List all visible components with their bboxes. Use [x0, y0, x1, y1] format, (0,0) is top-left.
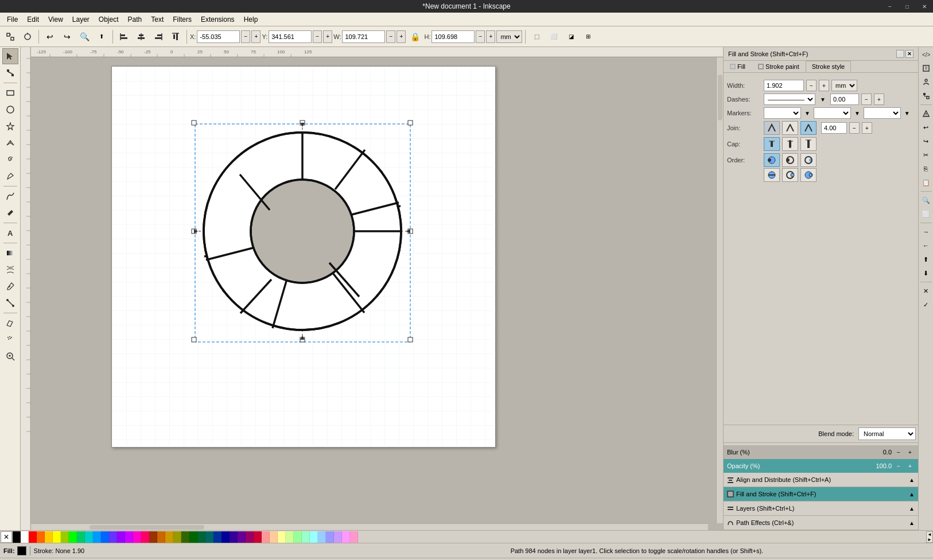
join-minus-btn[interactable]: − [849, 122, 860, 134]
snap-btn-1[interactable] [2, 29, 18, 45]
lock-aspect-btn[interactable]: 🔒 [407, 29, 423, 45]
right-icon-8[interactable]: ✂ [920, 149, 932, 161]
calligraphy-tool[interactable] [2, 188, 18, 204]
opacity-bar[interactable]: Opacity (%) 100.0 − + [724, 459, 918, 473]
snap-node-btn[interactable]: ⬚ [528, 29, 545, 45]
palette-scroll-right[interactable]: ► [927, 537, 932, 542]
dropper-tool[interactable] [2, 278, 18, 294]
right-icon-5[interactable] [920, 107, 932, 120]
dashes-minus-btn[interactable]: − [861, 94, 872, 105]
dashes-offset-input[interactable] [830, 94, 859, 105]
layers-header[interactable]: Layers (Shift+Ctrl+L) ▲ [724, 501, 918, 515]
order-btn-6[interactable] [800, 168, 817, 182]
text-tool[interactable]: A [2, 225, 18, 241]
blur-bar[interactable]: Blur (%) 0.0 − + [724, 445, 918, 459]
unit-select[interactable]: mmpxincm [496, 30, 522, 43]
palette-color-swatch[interactable] [157, 531, 165, 543]
join-plus-btn[interactable]: + [862, 122, 872, 134]
blur-minus-btn[interactable]: − [894, 448, 903, 457]
palette-color-swatch[interactable] [173, 531, 181, 543]
right-icon-2[interactable] [920, 62, 932, 75]
w-minus-btn[interactable]: − [386, 30, 395, 43]
dashes-plus-btn[interactable]: + [874, 94, 884, 105]
order-btn-4[interactable] [764, 168, 780, 182]
palette-none-btn[interactable]: ✕ [1, 531, 12, 543]
mesh-tool[interactable] [2, 262, 18, 278]
menu-path[interactable]: Path [123, 14, 147, 25]
3d-box-tool[interactable] [2, 135, 18, 151]
h-minus-btn[interactable]: − [476, 30, 485, 43]
y-minus-btn[interactable]: − [313, 30, 322, 43]
join-round-btn[interactable] [782, 121, 798, 135]
width-plus-btn[interactable]: + [819, 80, 829, 91]
palette-color-swatch[interactable] [238, 531, 246, 543]
palette-color-swatch[interactable] [246, 531, 254, 543]
palette-color-swatch[interactable] [254, 531, 262, 543]
palette-color-swatch[interactable] [149, 531, 157, 543]
snap-btn-2[interactable] [20, 29, 36, 45]
close-button[interactable]: ✕ [916, 0, 933, 13]
join-bevel-btn[interactable] [800, 121, 817, 135]
palette-color-swatch[interactable] [334, 531, 342, 543]
menu-extensions[interactable]: Extensions [196, 14, 239, 25]
hscroll-thumb[interactable] [90, 525, 204, 530]
align-right-btn[interactable] [150, 29, 166, 45]
cap-butt-btn[interactable] [764, 137, 780, 151]
menu-file[interactable]: File [2, 14, 22, 25]
menu-layer[interactable]: Layer [68, 14, 94, 25]
palette-scroll-left[interactable]: ◄ [927, 532, 932, 537]
palette-color-swatch[interactable] [77, 531, 85, 543]
undo-btn[interactable]: ↩ [42, 29, 58, 45]
zoom-tool[interactable] [2, 348, 18, 364]
opacity-minus-btn[interactable]: − [894, 461, 903, 470]
palette-color-swatch[interactable] [133, 531, 141, 543]
palette-color-swatch[interactable] [53, 531, 61, 543]
gradient-tool[interactable] [2, 245, 18, 261]
order-btn-5[interactable] [782, 168, 798, 182]
width-minus-btn[interactable]: − [806, 80, 817, 91]
blur-plus-btn[interactable]: + [905, 448, 915, 457]
h-plus-btn[interactable]: + [486, 30, 495, 43]
right-icon-1[interactable]: </> [920, 48, 932, 61]
select-tool[interactable] [2, 48, 18, 64]
palette-color-swatch[interactable] [189, 531, 197, 543]
dashes-select[interactable]: —————— - - - - - · · · · · [764, 94, 815, 105]
hscrollbar[interactable] [31, 523, 708, 530]
fill-stroke-accordion-header[interactable]: Fill and Stroke (Shift+Ctrl+F) ▲ [724, 487, 918, 501]
palette-color-swatch[interactable] [165, 531, 173, 543]
snap-grid-btn[interactable]: ⊞ [580, 29, 596, 45]
spray-tool[interactable] [2, 332, 18, 348]
palette-color-swatch[interactable] [61, 531, 69, 543]
right-icon-9[interactable]: ⎘ [920, 162, 932, 175]
palette-color-swatch[interactable] [350, 531, 358, 543]
order-btn-1[interactable] [764, 153, 780, 167]
right-icon-18[interactable]: ✓ [920, 298, 932, 311]
h-input[interactable] [431, 30, 475, 43]
palette-color-swatch[interactable] [181, 531, 189, 543]
pencil-tool[interactable] [2, 168, 18, 184]
menu-edit[interactable]: Edit [22, 14, 44, 25]
align-center-btn[interactable] [133, 29, 149, 45]
fill-tab[interactable]: Fill [724, 61, 752, 72]
join-limit-input[interactable] [821, 122, 847, 134]
circle-tool[interactable] [2, 102, 18, 118]
right-icon-15[interactable]: ⬆ [920, 253, 932, 266]
palette-color-swatch[interactable] [117, 531, 125, 543]
drawing-area[interactable] [31, 57, 723, 530]
blend-mode-select[interactable]: Normal Multiply Screen Overlay [858, 427, 916, 440]
right-icon-4[interactable] [920, 90, 932, 102]
palette-color-swatch[interactable] [278, 531, 286, 543]
markers-mid-select[interactable] [814, 107, 851, 119]
menu-help[interactable]: Help [239, 14, 263, 25]
paint-bucket-tool[interactable] [2, 205, 18, 221]
snap-edge-btn[interactable]: ◪ [563, 29, 579, 45]
right-icon-3[interactable] [920, 76, 932, 88]
fill-color-swatch[interactable] [17, 546, 26, 555]
palette-color-swatch[interactable] [221, 531, 230, 543]
panel-float-btn[interactable]: ⬜ [896, 50, 904, 58]
join-miter-btn[interactable] [764, 121, 780, 135]
snap-bb-btn[interactable]: ⬜ [546, 29, 562, 45]
maximize-button[interactable]: □ [899, 0, 916, 13]
eraser-tool[interactable] [2, 315, 18, 331]
right-icon-14[interactable]: ← [920, 239, 932, 252]
